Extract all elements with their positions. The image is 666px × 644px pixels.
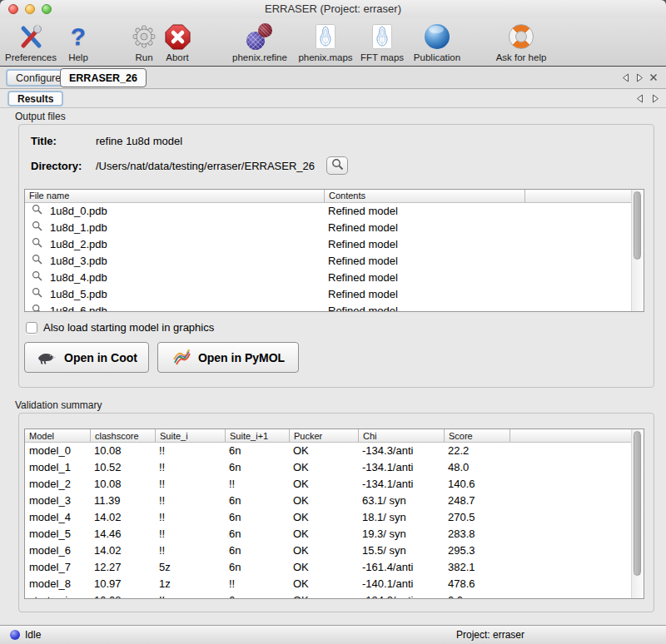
tab-results[interactable]: Results [7, 91, 63, 107]
validation-cell: 18.1/ syn [358, 509, 444, 526]
toolbar-label: Help [62, 52, 95, 63]
scrollbar-thumb[interactable] [634, 191, 641, 260]
validation-cell: 19.3/ syn [358, 526, 444, 542]
browse-directory-button[interactable] [326, 156, 348, 175]
output-files-section-label: Output files [15, 111, 66, 122]
life-ring-icon [490, 22, 553, 52]
validation-cell: 140.6 [444, 476, 509, 493]
fft-maps-button[interactable]: FFT maps [358, 22, 406, 65]
column-header[interactable]: clashscore [90, 429, 155, 442]
question-mark-icon: ? [62, 22, 95, 52]
phenix-maps-button[interactable]: phenix.maps [293, 22, 358, 65]
column-header[interactable]: Suite_i [155, 429, 225, 442]
column-header[interactable] [509, 429, 644, 442]
column-header[interactable]: Contents [324, 190, 524, 202]
magnifier-icon [27, 253, 42, 270]
tab-close-icon[interactable] [649, 67, 658, 88]
validation-row[interactable]: model_010.08!!6nOK-134.3/anti22.2 [25, 443, 644, 459]
abort-button[interactable]: Abort [159, 22, 196, 65]
column-header[interactable]: File name [25, 190, 324, 202]
file-row[interactable]: 1u8d_6.pdbRefined model [25, 303, 644, 312]
validation-cell: 22.2 [444, 443, 509, 459]
file-row[interactable]: 1u8d_3.pdbRefined model [25, 253, 644, 270]
magnifier-icon [27, 236, 42, 253]
help-button[interactable]: ? Help [62, 22, 95, 65]
validation-row[interactable]: model_110.52!!6nOK-134.1/anti48.0 [25, 459, 644, 476]
tab-scroll-right-icon[interactable] [636, 67, 644, 88]
validation-table: ModelclashscoreSuite_iSuite_i+1PuckerChi… [24, 429, 644, 599]
column-header[interactable]: Model [25, 429, 90, 442]
file-table-scrollbar[interactable] [631, 190, 644, 311]
density-map-icon [293, 22, 358, 52]
validation-cell: !! [155, 592, 225, 599]
validation-cell: 10.08 [90, 476, 155, 493]
file-name: 1u8d_5.pdb [46, 286, 107, 303]
scrollbar-thumb[interactable] [634, 431, 641, 576]
validation-row[interactable]: model_810.971z!!OK-140.1/anti478.6 [25, 576, 644, 592]
open-in-coot-button[interactable]: Open in Coot [24, 342, 149, 373]
phenix-refine-button[interactable]: phenix.refine [225, 22, 295, 65]
validation-cell: OK [289, 576, 358, 592]
validation-table-header[interactable]: ModelclashscoreSuite_iSuite_i+1PuckerChi… [25, 429, 644, 443]
file-row[interactable]: 1u8d_0.pdbRefined model [25, 203, 644, 220]
column-header[interactable] [524, 190, 644, 202]
tab-scroll-left-icon[interactable] [622, 67, 629, 88]
tab-erraser-26[interactable]: ERRASER_26 [60, 68, 147, 87]
validation-row[interactable]: model_614.02!!6nOK15.5/ syn295.3 [25, 542, 644, 559]
validation-cell: !! [155, 459, 225, 476]
toolbar-label: Run [127, 52, 162, 63]
toolbar-label: Ask for help [490, 52, 553, 63]
validation-row[interactable]: model_210.08!!!!OK-134.1/anti140.6 [25, 476, 644, 493]
subtab-scroll-left-icon[interactable] [636, 89, 644, 107]
file-contents: Refined model [324, 236, 524, 253]
validation-cell: 6n [225, 509, 289, 526]
validation-cell: OK [289, 493, 358, 509]
validation-section-label: Validation summary [15, 399, 102, 411]
validation-row[interactable]: model_311.39!!6nOK63.1/ syn248.7 [25, 493, 644, 509]
validation-row[interactable]: model_514.46!!6nOK19.3/ syn283.8 [25, 526, 644, 542]
status-text: Idle [25, 629, 41, 641]
open-in-pymol-button[interactable]: Open in PyMOL [157, 342, 299, 373]
status-bar: Idle Project: erraser [0, 625, 666, 644]
validation-row[interactable]: model_414.02!!6nOK18.1/ syn270.5 [25, 509, 644, 526]
file-table-header[interactable]: File nameContents [25, 190, 644, 203]
column-header[interactable]: Pucker [289, 429, 358, 442]
column-header[interactable]: Score [444, 429, 509, 442]
validation-cell: OK [289, 592, 358, 599]
validation-row[interactable]: start_min10.08!!6nOK-134.3/anti0.0 [25, 592, 644, 599]
validation-row[interactable]: model_712.275z6nOK-161.4/anti382.1 [25, 559, 644, 576]
magnifier-icon [27, 286, 42, 303]
run-button[interactable]: Run [127, 22, 162, 65]
file-contents: Refined model [324, 286, 524, 303]
validation-table-scrollbar[interactable] [631, 429, 644, 598]
validation-cell: 6n [225, 542, 289, 559]
validation-cell: OK [289, 526, 358, 542]
status-indicator-icon [10, 630, 20, 640]
title-label: Title: [31, 135, 57, 147]
toolbar-label: Publication [407, 52, 467, 63]
column-header[interactable]: Suite_i+1 [225, 429, 289, 442]
validation-cell: OK [289, 509, 358, 526]
file-table-body: 1u8d_0.pdbRefined model1u8d_1.pdbRefined… [25, 203, 644, 312]
publication-button[interactable]: Publication [407, 22, 467, 65]
validation-cell: model_8 [25, 576, 90, 592]
validation-cell: model_2 [25, 476, 90, 493]
validation-cell: OK [289, 476, 358, 493]
file-contents: Refined model [324, 203, 524, 220]
ask-for-help-button[interactable]: Ask for help [490, 22, 553, 65]
load-starting-model-checkbox[interactable] [26, 322, 37, 334]
validation-cell: OK [289, 459, 358, 476]
pymol-ribbon-icon [171, 346, 191, 369]
file-row[interactable]: 1u8d_2.pdbRefined model [25, 236, 644, 253]
file-row[interactable]: 1u8d_1.pdbRefined model [25, 220, 644, 236]
subtab-scroll-right-icon[interactable] [652, 89, 659, 107]
directory-label: Directory: [31, 160, 82, 172]
file-name: 1u8d_2.pdb [46, 236, 107, 253]
preferences-button[interactable]: Preferences [2, 22, 60, 65]
file-row[interactable]: 1u8d_5.pdbRefined model [25, 286, 644, 303]
file-row[interactable]: 1u8d_4.pdbRefined model [25, 270, 644, 286]
validation-cell: 63.1/ syn [358, 493, 444, 509]
validation-cell: model_3 [25, 493, 90, 509]
column-header[interactable]: Chi [358, 429, 444, 442]
validation-cell: -134.3/anti [358, 443, 444, 459]
